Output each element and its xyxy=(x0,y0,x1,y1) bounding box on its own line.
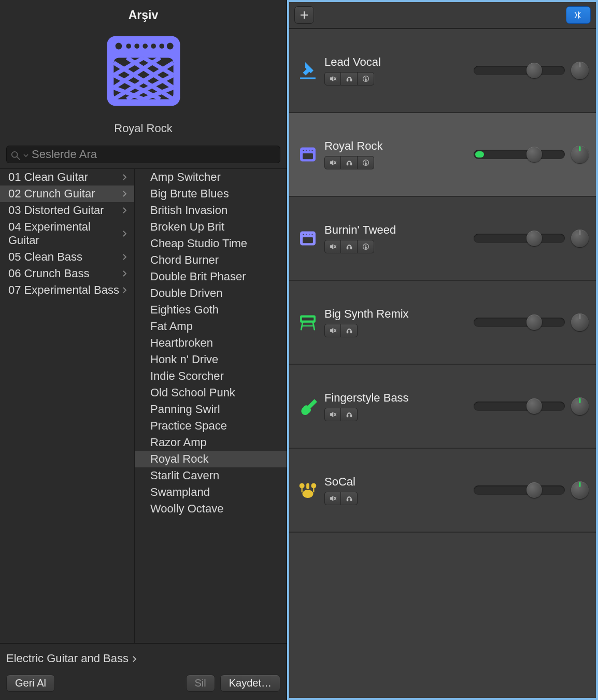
svg-point-18 xyxy=(166,43,173,50)
volume-slider[interactable] xyxy=(474,402,565,411)
library-pane: Arşiv Royal xyxy=(0,0,287,700)
preset-row[interactable]: Double Driven xyxy=(135,285,287,302)
search-wrap xyxy=(0,146,287,168)
solo-button[interactable] xyxy=(341,324,358,337)
track-row[interactable]: SoCal xyxy=(289,449,596,533)
add-track-button[interactable] xyxy=(294,6,314,24)
preset-row[interactable]: Razor Amp xyxy=(135,434,287,451)
track-main: Burnin' Tweed xyxy=(324,223,466,253)
category-column[interactable]: 01 Clean Guitar02 Crunch Guitar03 Distor… xyxy=(0,169,135,643)
breadcrumb[interactable]: Electric Guitar and Bass xyxy=(6,652,280,675)
track-row[interactable]: Big Synth Remix xyxy=(289,281,596,365)
category-row[interactable]: 07 Experimental Bass xyxy=(0,282,134,298)
category-label: 03 Distorted Guitar xyxy=(8,204,104,217)
track-controls xyxy=(474,146,589,163)
track-view-toggle-button[interactable] xyxy=(566,6,591,24)
preset-row[interactable]: Double Brit Phaser xyxy=(135,268,287,285)
solo-button[interactable] xyxy=(341,156,358,169)
track-name: Big Synth Remix xyxy=(324,307,466,321)
track-button-group xyxy=(324,72,466,85)
volume-slider[interactable] xyxy=(474,485,565,495)
pan-knob[interactable] xyxy=(571,481,589,499)
category-row[interactable]: 01 Clean Guitar xyxy=(0,169,134,185)
pan-knob[interactable] xyxy=(571,62,589,79)
category-row[interactable]: 03 Distorted Guitar xyxy=(0,202,134,219)
search-icon xyxy=(11,150,20,159)
pan-knob[interactable] xyxy=(571,230,589,247)
svg-rect-21 xyxy=(578,11,579,18)
solo-button[interactable] xyxy=(341,72,358,85)
input-monitor-button[interactable] xyxy=(358,240,374,253)
preset-row[interactable]: British Invasion xyxy=(135,202,287,219)
volume-slider[interactable] xyxy=(474,150,565,159)
mute-button[interactable] xyxy=(324,492,341,505)
breadcrumb-label: Electric Guitar and Bass xyxy=(6,652,129,665)
category-row[interactable]: 04 Experimental Guitar xyxy=(0,219,134,249)
preset-row[interactable]: Practice Space xyxy=(135,418,287,434)
input-monitor-button[interactable] xyxy=(358,156,374,169)
chevron-right-icon xyxy=(122,187,127,201)
amp-icon xyxy=(102,30,185,112)
preset-row[interactable]: Fat Amp xyxy=(135,318,287,335)
preset-row[interactable]: Chord Burner xyxy=(135,252,287,268)
preset-row[interactable]: Swampland xyxy=(135,484,287,501)
preset-row[interactable]: Big Brute Blues xyxy=(135,185,287,202)
preset-row[interactable]: Amp Switcher xyxy=(135,169,287,185)
preset-row[interactable]: Royal Rock xyxy=(135,451,287,467)
track-controls xyxy=(474,313,589,331)
mute-button[interactable] xyxy=(324,156,341,169)
preset-row[interactable]: Indie Scorcher xyxy=(135,368,287,384)
mute-button[interactable] xyxy=(324,240,341,253)
preset-row[interactable]: Old School Punk xyxy=(135,384,287,401)
search-field[interactable] xyxy=(6,146,280,163)
category-row[interactable]: 05 Clean Bass xyxy=(0,249,134,265)
track-row[interactable]: Fingerstyle Bass xyxy=(289,365,596,449)
preset-label: Razor Amp xyxy=(150,436,207,449)
undo-button[interactable]: Geri Al xyxy=(6,675,55,692)
tracks-toolbar xyxy=(289,2,596,29)
track-row[interactable]: Lead Vocal xyxy=(289,29,596,113)
solo-button[interactable] xyxy=(341,492,358,505)
solo-button[interactable] xyxy=(341,240,358,253)
track-list: Lead VocalRoyal RockBurnin' TweedBig Syn… xyxy=(289,29,596,698)
category-row[interactable]: 06 Crunch Bass xyxy=(0,265,134,282)
preset-name: Royal Rock xyxy=(114,122,172,135)
solo-button[interactable] xyxy=(341,408,358,421)
preset-row[interactable]: Heartbroken xyxy=(135,335,287,351)
search-input[interactable] xyxy=(32,148,276,161)
library-footer: Electric Guitar and Bass Geri Al Sil Kay… xyxy=(0,643,287,700)
preset-row[interactable]: Honk n' Drive xyxy=(135,351,287,368)
input-monitor-button[interactable] xyxy=(358,72,374,85)
volume-slider[interactable] xyxy=(474,66,565,75)
category-label: 01 Clean Guitar xyxy=(8,170,88,184)
pan-knob[interactable] xyxy=(571,146,589,163)
mute-button[interactable] xyxy=(324,324,341,337)
chevron-right-icon xyxy=(122,170,127,184)
preset-label: Double Driven xyxy=(150,287,222,300)
track-button-group xyxy=(324,492,466,505)
track-main: SoCal xyxy=(324,475,466,505)
volume-slider[interactable] xyxy=(474,318,565,327)
preset-row[interactable]: Cheap Studio Time xyxy=(135,235,287,252)
track-row[interactable]: Royal Rock xyxy=(289,113,596,197)
save-button[interactable]: Kaydet… xyxy=(220,675,280,692)
preset-row[interactable]: Woolly Octave xyxy=(135,501,287,517)
preset-label: British Invasion xyxy=(150,204,227,217)
volume-slider[interactable] xyxy=(474,234,565,243)
preset-row[interactable]: Starlit Cavern xyxy=(135,467,287,484)
preset-label: Big Brute Blues xyxy=(150,187,229,201)
mute-button[interactable] xyxy=(324,408,341,421)
pan-knob[interactable] xyxy=(571,313,589,331)
pan-knob[interactable] xyxy=(571,397,589,415)
preset-row[interactable]: Eighties Goth xyxy=(135,302,287,318)
preset-row[interactable]: Panning Swirl xyxy=(135,401,287,418)
category-row[interactable]: 02 Crunch Guitar xyxy=(0,185,134,202)
preset-row[interactable]: Broken Up Brit xyxy=(135,219,287,235)
track-row[interactable]: Burnin' Tweed xyxy=(289,197,596,281)
svg-point-15 xyxy=(143,44,148,49)
svg-point-12 xyxy=(115,43,122,50)
track-controls xyxy=(474,230,589,247)
mute-button[interactable] xyxy=(324,72,341,85)
preset-column[interactable]: Amp SwitcherBig Brute BluesBritish Invas… xyxy=(135,169,287,643)
delete-button[interactable]: Sil xyxy=(186,675,215,692)
